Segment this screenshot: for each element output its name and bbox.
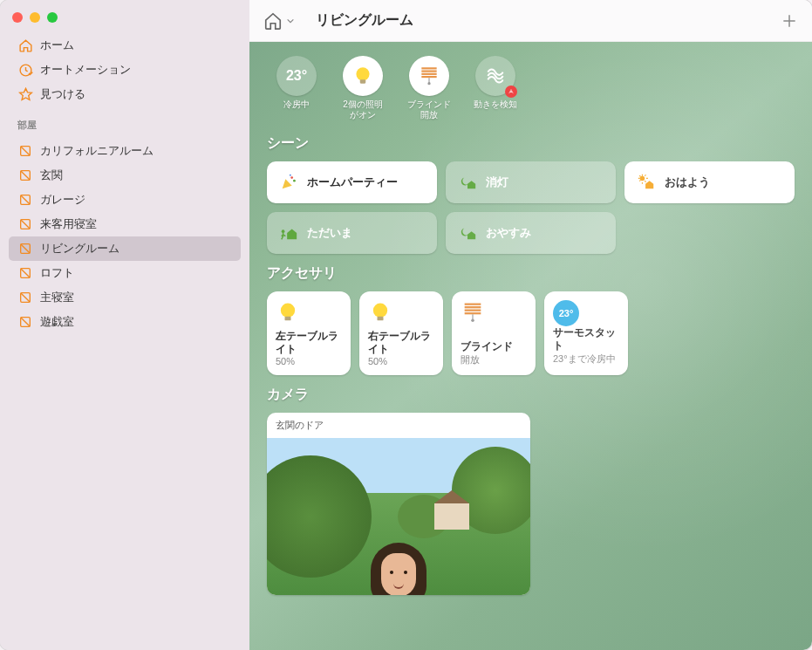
svg-rect-25 bbox=[378, 317, 384, 321]
sidebar-room-item[interactable]: 来客用寝室 bbox=[9, 212, 241, 236]
sidebar-room-item[interactable]: ガレージ bbox=[9, 188, 241, 212]
sidebar-item-label: 見つける bbox=[40, 86, 85, 102]
scene-tile[interactable]: 消灯 bbox=[446, 161, 616, 203]
accessory-tile[interactable]: 23°サーモスタット23°まで冷房中 bbox=[544, 291, 628, 375]
scene-label: おはよう bbox=[665, 174, 710, 190]
status-tile[interactable]: 動きを検知 bbox=[466, 56, 525, 120]
svg-rect-11 bbox=[421, 67, 436, 69]
status-tile[interactable]: 2個の照明 がオン bbox=[333, 56, 392, 120]
svg-rect-26 bbox=[465, 304, 481, 305]
sidebar-room-item[interactable]: 主寝室 bbox=[9, 285, 241, 310]
camera-tile[interactable]: 玄関のドア bbox=[267, 413, 530, 595]
status-label: ブラインド 開放 bbox=[407, 99, 451, 120]
room-content: 23°冷房中2個の照明 がオンブラインド 開放動きを検知 シーン ホームパーティ… bbox=[249, 42, 812, 650]
section-scenes-title: シーン bbox=[267, 134, 795, 153]
scene-tile[interactable]: ただいま bbox=[267, 212, 437, 254]
room-icon bbox=[17, 314, 33, 330]
svg-point-9 bbox=[356, 67, 369, 80]
moon-house-icon bbox=[458, 223, 477, 243]
blinds-icon bbox=[461, 300, 487, 326]
chevron-down-icon bbox=[286, 17, 295, 25]
scene-label: おやすみ bbox=[486, 225, 531, 241]
sidebar-item-label: オートメーション bbox=[40, 62, 131, 78]
main-pane: リビングルーム 23°冷房中2個の照明 がオンブラインド 開放動きを検知 シーン… bbox=[249, 0, 812, 650]
toolbar: リビングルーム bbox=[249, 0, 812, 42]
scene-label: 消灯 bbox=[486, 174, 508, 190]
house-icon bbox=[17, 38, 33, 53]
section-cameras-title: カメラ bbox=[267, 386, 795, 404]
page-title: リビングルーム bbox=[316, 11, 413, 30]
accessory-tile[interactable]: 左テーブルライト50% bbox=[267, 291, 351, 375]
accessory-status: 開放 bbox=[461, 353, 527, 366]
svg-rect-13 bbox=[421, 73, 436, 75]
sidebar-room-item[interactable]: カリフォルニアルーム bbox=[9, 139, 241, 163]
status-badge bbox=[505, 86, 517, 98]
house-icon bbox=[263, 11, 283, 31]
accessory-status: 50% bbox=[276, 356, 342, 366]
accessory-name: 右テーブルライト bbox=[368, 330, 434, 356]
svg-rect-28 bbox=[465, 310, 481, 311]
sidebar-room-item[interactable]: 玄関 bbox=[9, 163, 241, 188]
arrive-icon bbox=[279, 223, 298, 243]
bulb-icon bbox=[276, 300, 302, 326]
accessory-name: 左テーブルライト bbox=[276, 330, 342, 356]
room-icon bbox=[17, 241, 33, 257]
bulb-icon bbox=[368, 300, 394, 326]
scene-label: ただいま bbox=[307, 225, 352, 241]
accessory-name: ブラインド bbox=[461, 340, 527, 353]
accessory-status: 50% bbox=[368, 356, 434, 366]
room-icon bbox=[17, 216, 33, 232]
party-icon bbox=[279, 173, 298, 192]
fullscreen-window-button[interactable] bbox=[47, 12, 58, 23]
svg-point-17 bbox=[290, 176, 293, 179]
sidebar-item-label: ガレージ bbox=[40, 192, 85, 208]
sidebar-item-label: 主寝室 bbox=[40, 290, 74, 305]
minimize-window-button[interactable] bbox=[30, 12, 40, 23]
moon-house-icon bbox=[458, 173, 477, 192]
sidebar: ホームオートメーション見つける 部屋 カリフォルニアルーム玄関ガレージ来客用寝室… bbox=[0, 0, 249, 650]
accessory-tile[interactable]: ブラインド開放 bbox=[452, 291, 536, 375]
thermostat-icon: 23° bbox=[553, 300, 579, 326]
svg-rect-14 bbox=[421, 76, 436, 78]
sidebar-item-clock-check[interactable]: オートメーション bbox=[9, 58, 241, 82]
sidebar-item-label: 来客用寝室 bbox=[40, 216, 97, 232]
sidebar-room-item[interactable]: 遊戯室 bbox=[9, 310, 241, 334]
motion-icon bbox=[475, 56, 515, 96]
home-dropdown[interactable] bbox=[263, 11, 295, 31]
sidebar-room-item[interactable]: リビングルーム bbox=[9, 236, 241, 261]
scene-tile[interactable]: おやすみ bbox=[446, 212, 616, 254]
status-label: 冷房中 bbox=[283, 99, 310, 110]
sidebar-item-house[interactable]: ホーム bbox=[9, 33, 241, 58]
sidebar-item-label: ロフト bbox=[40, 265, 74, 281]
svg-point-20 bbox=[640, 176, 645, 181]
scene-tile[interactable]: ホームパーティー bbox=[267, 161, 437, 203]
sun-house-icon bbox=[637, 173, 656, 192]
status-tile[interactable]: ブラインド 開放 bbox=[399, 56, 459, 120]
svg-rect-27 bbox=[465, 306, 481, 308]
scene-tile[interactable]: おはよう bbox=[624, 161, 795, 203]
accessory-name: サーモスタット bbox=[553, 326, 619, 352]
sidebar-item-star[interactable]: 見つける bbox=[9, 82, 241, 106]
camera-name: 玄関のドア bbox=[267, 413, 530, 438]
sidebar-item-label: カリフォルニアルーム bbox=[40, 143, 154, 159]
svg-point-22 bbox=[281, 304, 295, 318]
svg-point-19 bbox=[290, 174, 291, 176]
accessory-tile[interactable]: 右テーブルライト50% bbox=[359, 291, 443, 375]
svg-rect-12 bbox=[421, 71, 436, 72]
svg-rect-10 bbox=[360, 79, 366, 83]
sidebar-room-item[interactable]: ロフト bbox=[9, 261, 241, 285]
sidebar-section-rooms: 部屋 bbox=[0, 110, 249, 135]
svg-rect-29 bbox=[465, 312, 481, 314]
status-label: 動きを検知 bbox=[474, 99, 517, 110]
star-icon bbox=[17, 86, 33, 102]
room-icon bbox=[17, 265, 33, 281]
temperature-value: 23° bbox=[276, 56, 317, 96]
window-controls bbox=[0, 0, 249, 30]
add-button[interactable] bbox=[781, 12, 798, 30]
room-icon bbox=[17, 290, 33, 305]
close-window-button[interactable] bbox=[12, 12, 23, 23]
sidebar-item-label: 遊戯室 bbox=[40, 314, 74, 330]
status-tile[interactable]: 23°冷房中 bbox=[267, 56, 326, 120]
bulb-icon bbox=[343, 56, 383, 96]
sidebar-item-label: 玄関 bbox=[40, 168, 63, 183]
